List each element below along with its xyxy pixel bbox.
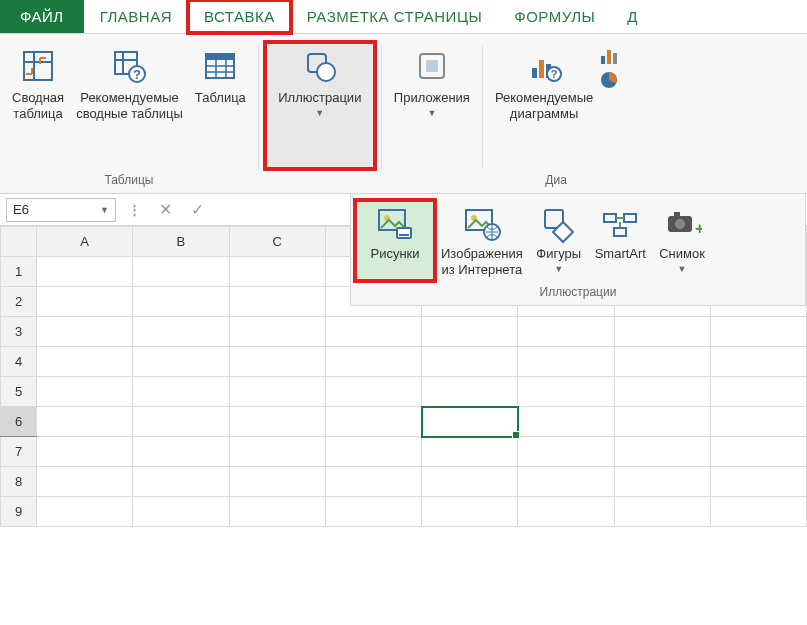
chevron-down-icon: ▼	[100, 205, 109, 215]
cell[interactable]	[229, 437, 325, 467]
row-header-active[interactable]: 6	[1, 407, 37, 437]
cancel-button[interactable]: ✕	[153, 198, 177, 222]
shapes-icon	[300, 46, 340, 86]
cell[interactable]	[422, 377, 518, 407]
cell[interactable]	[422, 467, 518, 497]
cell[interactable]	[710, 377, 806, 407]
cell[interactable]	[710, 467, 806, 497]
cell[interactable]	[37, 467, 133, 497]
cell[interactable]	[710, 407, 806, 437]
cell[interactable]	[325, 377, 421, 407]
cell[interactable]	[133, 437, 229, 467]
cell[interactable]	[133, 377, 229, 407]
tab-data-partial[interactable]: Д	[611, 0, 654, 33]
cell[interactable]	[37, 287, 133, 317]
cell[interactable]	[518, 347, 614, 377]
cell[interactable]	[229, 347, 325, 377]
cell[interactable]	[518, 317, 614, 347]
row-header[interactable]: 2	[1, 287, 37, 317]
row-header[interactable]: 3	[1, 317, 37, 347]
ribbon-group-charts: ? Рекомендуемые диаграммы Диа	[483, 42, 629, 193]
tab-home[interactable]: ГЛАВНАЯ	[84, 0, 188, 33]
column-header-A[interactable]: A	[37, 227, 133, 257]
cell[interactable]	[37, 377, 133, 407]
cell[interactable]	[325, 497, 421, 527]
online-pictures-button[interactable]: Изображения из Интернета	[435, 200, 529, 281]
cell[interactable]	[614, 407, 710, 437]
cell[interactable]	[325, 467, 421, 497]
recommended-pivot-button[interactable]: ? Рекомендуемые сводные таблицы	[70, 42, 189, 169]
enter-button[interactable]: ✓	[185, 198, 209, 222]
tab-insert[interactable]: ВСТАВКА	[188, 0, 291, 33]
cell[interactable]	[133, 407, 229, 437]
row-header[interactable]: 8	[1, 467, 37, 497]
cell[interactable]	[422, 317, 518, 347]
cell[interactable]	[422, 497, 518, 527]
select-all-corner[interactable]	[1, 227, 37, 257]
cell[interactable]	[518, 437, 614, 467]
recommended-charts-button[interactable]: ? Рекомендуемые диаграммы	[489, 42, 599, 169]
cell[interactable]	[325, 407, 421, 437]
cell[interactable]	[710, 437, 806, 467]
cell[interactable]	[710, 347, 806, 377]
illustrations-button[interactable]: Иллюстрации ▼	[265, 42, 375, 169]
cell[interactable]	[614, 377, 710, 407]
row-header[interactable]: 5	[1, 377, 37, 407]
cell[interactable]	[37, 407, 133, 437]
cell[interactable]	[133, 497, 229, 527]
bar-chart-icon[interactable]	[599, 46, 623, 66]
cell[interactable]	[614, 497, 710, 527]
cell[interactable]	[325, 317, 421, 347]
cell[interactable]	[422, 347, 518, 377]
tab-page-layout[interactable]: РАЗМЕТКА СТРАНИЦЫ	[291, 0, 498, 33]
smartart-button[interactable]: SmartArt	[589, 200, 652, 281]
pictures-button[interactable]: Рисунки	[355, 200, 435, 281]
cell[interactable]	[518, 407, 614, 437]
cell[interactable]	[229, 287, 325, 317]
row-header[interactable]: 4	[1, 347, 37, 377]
row-header[interactable]: 7	[1, 437, 37, 467]
cell[interactable]	[710, 317, 806, 347]
addins-button[interactable]: Приложения ▼	[388, 42, 476, 169]
cell[interactable]	[229, 467, 325, 497]
cell-selected-E6[interactable]	[422, 407, 518, 437]
name-box[interactable]: E6 ▼	[6, 198, 116, 222]
row-header[interactable]: 1	[1, 257, 37, 287]
cell[interactable]	[229, 377, 325, 407]
cell[interactable]	[229, 257, 325, 287]
cell[interactable]	[37, 437, 133, 467]
cell[interactable]	[37, 317, 133, 347]
cell[interactable]	[133, 317, 229, 347]
cell[interactable]	[614, 317, 710, 347]
cell[interactable]	[422, 437, 518, 467]
cell[interactable]	[133, 287, 229, 317]
cell[interactable]	[37, 497, 133, 527]
shapes-button[interactable]: Фигуры ▼	[529, 200, 589, 281]
cell[interactable]	[325, 437, 421, 467]
column-header-B[interactable]: B	[133, 227, 229, 257]
table-button[interactable]: Таблица	[189, 42, 252, 169]
cell[interactable]	[229, 317, 325, 347]
cell[interactable]	[614, 437, 710, 467]
cell[interactable]	[37, 257, 133, 287]
cell[interactable]	[133, 467, 229, 497]
tab-formulas[interactable]: ФОРМУЛЫ	[498, 0, 611, 33]
column-header-C[interactable]: C	[229, 227, 325, 257]
cell[interactable]	[325, 347, 421, 377]
pie-chart-icon[interactable]	[599, 70, 623, 90]
cell[interactable]	[518, 497, 614, 527]
pivot-table-button[interactable]: Сводная таблица	[6, 42, 70, 169]
cell[interactable]	[518, 377, 614, 407]
row-header[interactable]: 9	[1, 497, 37, 527]
cell[interactable]	[614, 467, 710, 497]
cell[interactable]	[710, 497, 806, 527]
tab-file[interactable]: ФАЙЛ	[0, 0, 84, 33]
cell[interactable]	[133, 257, 229, 287]
cell[interactable]	[229, 407, 325, 437]
cell[interactable]	[229, 497, 325, 527]
screenshot-button[interactable]: + Снимок ▼	[652, 200, 712, 281]
cell[interactable]	[133, 347, 229, 377]
cell[interactable]	[614, 347, 710, 377]
cell[interactable]	[518, 467, 614, 497]
cell[interactable]	[37, 347, 133, 377]
